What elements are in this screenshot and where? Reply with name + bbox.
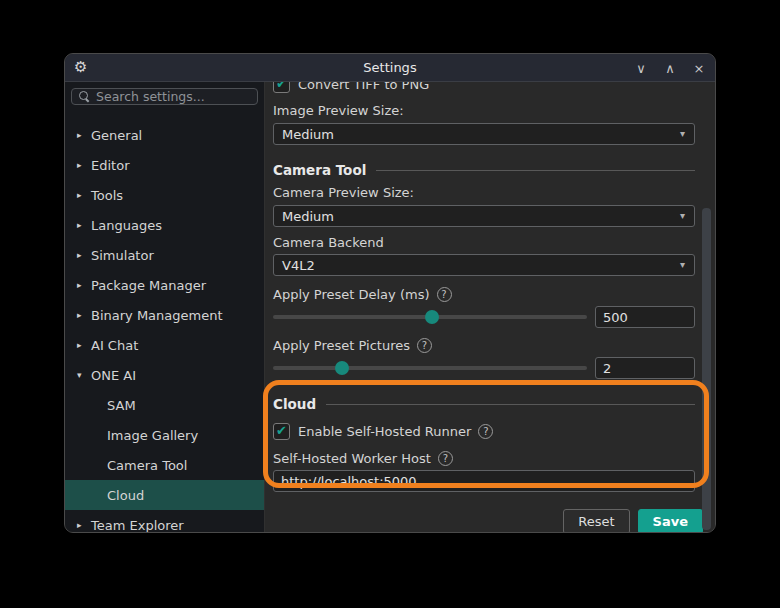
help-icon[interactable]: ?	[478, 424, 493, 439]
camera-tool-section-title: Camera Tool	[273, 162, 366, 178]
slider-handle[interactable]	[335, 361, 349, 375]
sidebar-item-camera-tool[interactable]: Camera Tool	[65, 450, 264, 480]
preset-delay-row	[273, 306, 695, 328]
sidebar: ▸General ▸Editor ▸Tools ▸Languages ▸Simu…	[65, 82, 265, 532]
sidebar-item-sam[interactable]: SAM	[65, 390, 264, 420]
close-icon[interactable]: ×	[691, 62, 707, 75]
preset-pictures-label: Apply Preset Pictures	[273, 338, 410, 353]
image-preview-size-label: Image Preview Size:	[273, 103, 695, 118]
expanded-arrow-icon: ▾	[77, 370, 91, 380]
help-icon[interactable]: ?	[437, 287, 452, 302]
image-preview-size-value: Medium	[282, 127, 334, 142]
sidebar-item-package-manager[interactable]: ▸Package Manager	[65, 270, 264, 300]
preset-pictures-slider[interactable]	[273, 357, 587, 379]
check-icon: ✔	[276, 82, 287, 90]
preset-delay-label-row: Apply Preset Delay (ms) ?	[273, 287, 695, 302]
camera-backend-value: V4L2	[282, 258, 315, 273]
help-icon[interactable]: ?	[438, 451, 453, 466]
chevron-down-icon: ▾	[680, 128, 685, 139]
settings-tree: ▸General ▸Editor ▸Tools ▸Languages ▸Simu…	[65, 120, 264, 533]
collapsed-arrow-icon: ▸	[77, 340, 91, 350]
preset-pictures-row	[273, 357, 695, 379]
camera-backend-label: Camera Backend	[273, 235, 695, 250]
settings-window: ⚙ Settings ∨ ∧ × ▸General ▸Editor ▸Tools…	[64, 53, 716, 533]
collapsed-arrow-icon: ▸	[77, 190, 91, 200]
camera-backend-select[interactable]: V4L2 ▾	[273, 254, 695, 276]
sidebar-item-languages[interactable]: ▸Languages	[65, 210, 264, 240]
collapsed-arrow-icon: ▸	[77, 520, 91, 530]
search-input[interactable]	[96, 89, 250, 104]
minimize-icon[interactable]: ∨	[633, 62, 649, 75]
enable-runner-label: Enable Self-Hosted Runner	[298, 424, 471, 439]
preset-delay-slider[interactable]	[273, 306, 587, 328]
window-controls: ∨ ∧ ×	[633, 54, 707, 82]
preset-pictures-input[interactable]	[595, 357, 695, 379]
preset-delay-input[interactable]	[595, 306, 695, 328]
worker-host-input[interactable]	[273, 470, 695, 492]
worker-host-label-row: Self-Hosted Worker Host ?	[273, 451, 695, 466]
sidebar-item-team-explorer[interactable]: ▸Team Explorer	[65, 510, 264, 533]
worker-host-label: Self-Hosted Worker Host	[273, 451, 431, 466]
settings-content: ✔ Convert TIFF to PNG Image Preview Size…	[265, 82, 715, 532]
collapsed-arrow-icon: ▸	[77, 160, 91, 170]
save-button[interactable]: Save	[638, 509, 703, 532]
enable-runner-row: ✔ Enable Self-Hosted Runner ?	[273, 421, 695, 441]
convert-tiff-label: Convert TIFF to PNG	[298, 82, 429, 92]
reset-button[interactable]: Reset	[563, 509, 629, 532]
convert-tiff-checkbox[interactable]: ✔	[273, 82, 290, 93]
slider-handle[interactable]	[425, 310, 439, 324]
section-divider	[326, 404, 695, 405]
sidebar-item-image-gallery[interactable]: Image Gallery	[65, 420, 264, 450]
search-box	[71, 88, 258, 105]
maximize-icon[interactable]: ∧	[662, 62, 678, 75]
camera-preview-size-label: Camera Preview Size:	[273, 185, 695, 200]
sidebar-item-editor[interactable]: ▸Editor	[65, 150, 264, 180]
preset-delay-label: Apply Preset Delay (ms)	[273, 287, 430, 302]
help-icon[interactable]: ?	[417, 338, 432, 353]
camera-preview-size-select[interactable]: Medium ▾	[273, 205, 695, 227]
sidebar-item-binary-management[interactable]: ▸Binary Management	[65, 300, 264, 330]
scrollbar[interactable]	[702, 208, 711, 530]
cloud-section-header: Cloud	[273, 396, 695, 412]
sidebar-item-ai-chat[interactable]: ▸AI Chat	[65, 330, 264, 360]
check-icon: ✔	[276, 424, 287, 437]
convert-tiff-row: ✔ Convert TIFF to PNG	[273, 82, 695, 94]
enable-runner-checkbox[interactable]: ✔	[273, 423, 290, 440]
sidebar-item-simulator[interactable]: ▸Simulator	[65, 240, 264, 270]
section-divider	[376, 170, 695, 171]
window-title: Settings	[65, 60, 715, 75]
collapsed-arrow-icon: ▸	[77, 310, 91, 320]
titlebar: ⚙ Settings ∨ ∧ ×	[65, 54, 715, 82]
slider-track	[273, 366, 587, 370]
sidebar-item-one-ai[interactable]: ▾ONE AI	[65, 360, 264, 390]
preset-pictures-label-row: Apply Preset Pictures ?	[273, 338, 695, 353]
camera-preview-size-value: Medium	[282, 209, 334, 224]
chevron-down-icon: ▾	[680, 210, 685, 221]
collapsed-arrow-icon: ▸	[77, 130, 91, 140]
collapsed-arrow-icon: ▸	[77, 250, 91, 260]
collapsed-arrow-icon: ▸	[77, 280, 91, 290]
sidebar-item-cloud[interactable]: Cloud	[65, 480, 264, 510]
sidebar-item-general[interactable]: ▸General	[65, 120, 264, 150]
image-preview-size-select[interactable]: Medium ▾	[273, 123, 695, 145]
sidebar-item-tools[interactable]: ▸Tools	[65, 180, 264, 210]
search-icon	[79, 91, 90, 102]
cloud-section-title: Cloud	[273, 396, 316, 412]
chevron-down-icon: ▾	[680, 259, 685, 270]
collapsed-arrow-icon: ▸	[77, 220, 91, 230]
footer-buttons: Reset Save	[273, 509, 703, 532]
camera-tool-section-header: Camera Tool	[273, 162, 695, 178]
